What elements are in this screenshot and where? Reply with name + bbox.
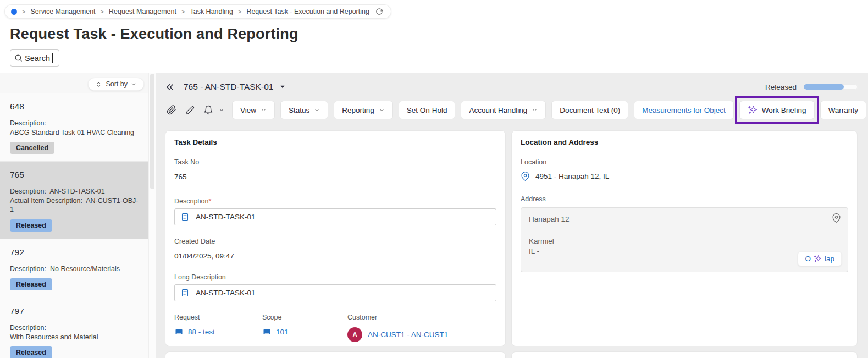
measurements-label: Measurements for Object bbox=[642, 106, 726, 114]
description-input[interactable]: AN-STD-TASK-01 bbox=[174, 208, 496, 225]
refresh-icon[interactable] bbox=[375, 8, 383, 15]
status-badge: Released bbox=[10, 346, 52, 358]
breadcrumb-item-task-handling[interactable]: Task Handling bbox=[190, 8, 233, 15]
notepad-icon bbox=[180, 288, 190, 298]
record-header: 765 - AN-STD-TASK-01 Released bbox=[165, 80, 858, 95]
warranty-button[interactable]: Warranty bbox=[820, 101, 866, 119]
sidebar-scrollbar[interactable] bbox=[148, 73, 156, 358]
ai-sparkle-icon bbox=[814, 255, 822, 263]
task-number: 648 bbox=[10, 102, 141, 112]
task-list-item-792[interactable]: 792 Description: No Resource/Materials R… bbox=[0, 239, 148, 299]
customer-label: Customer bbox=[347, 313, 448, 321]
address-city: Karmiel bbox=[529, 236, 840, 246]
collapse-list-icon[interactable] bbox=[165, 82, 175, 92]
attachment-paperclip-icon[interactable] bbox=[165, 103, 178, 117]
task-number: 792 bbox=[10, 247, 141, 257]
task-description-line: Description: AN-STD-TASK-01 bbox=[10, 187, 141, 196]
task-list-item-797[interactable]: 797 Description: With Resources and Mate… bbox=[0, 298, 148, 358]
address-map-pin-icon[interactable] bbox=[832, 213, 841, 223]
open-map-button[interactable]: O lap bbox=[798, 251, 842, 266]
record-dropdown-caret-icon[interactable] bbox=[279, 83, 286, 91]
task-details-card: Task Details Task No 765 Description* AN… bbox=[165, 130, 506, 346]
chevron-down-icon bbox=[314, 107, 320, 113]
page-title: Request Task - Execution and Reporting bbox=[10, 26, 859, 43]
location-label: Location bbox=[521, 158, 848, 166]
location-and-address-card: Location and Address Location 4951 - Han… bbox=[511, 130, 858, 346]
request-label: Request bbox=[174, 313, 262, 321]
request-link[interactable]: 88 - test bbox=[174, 327, 262, 337]
task-description-line: Description: bbox=[10, 119, 141, 128]
view-button-label: View bbox=[240, 106, 256, 114]
chevron-down-icon bbox=[532, 107, 538, 113]
breadcrumb-item-service-management[interactable]: Service Management bbox=[30, 8, 95, 15]
lifecycle-progress-bar bbox=[804, 84, 858, 90]
app-header: > Service Management > Request Managemen… bbox=[0, 0, 868, 73]
lifecycle-progress-fill bbox=[804, 84, 844, 90]
address-box: Hanapah 12 Karmiel IL - O lap bbox=[521, 207, 848, 272]
chevron-down-icon bbox=[379, 107, 385, 113]
scope-link-text: 101 bbox=[276, 328, 289, 336]
status-button[interactable]: Status bbox=[280, 101, 328, 119]
breadcrumb-item-request-management[interactable]: Request Management bbox=[109, 8, 176, 15]
description-value: AN-STD-TASK-01 bbox=[196, 213, 256, 221]
measurements-for-object-button[interactable]: Measurements for Object bbox=[634, 101, 734, 119]
created-date-label: Created Date bbox=[174, 238, 496, 245]
home-dot-icon[interactable] bbox=[11, 9, 17, 15]
task-no-value: 765 bbox=[174, 173, 496, 181]
map-pin-icon bbox=[521, 172, 530, 181]
scrollbar-thumb[interactable] bbox=[150, 74, 154, 189]
reporting-button[interactable]: Reporting bbox=[334, 101, 393, 119]
work-briefing-button[interactable]: Work Briefing bbox=[739, 101, 815, 119]
set-on-hold-label: Set On Hold bbox=[407, 106, 447, 114]
open-map-label-suffix: lap bbox=[825, 255, 834, 263]
document-text-button[interactable]: Document Text (0) bbox=[551, 101, 628, 119]
breadcrumb-separator: > bbox=[181, 8, 185, 15]
description-label: Description* bbox=[174, 197, 496, 205]
search-value: Search bbox=[25, 54, 50, 63]
account-handling-button[interactable]: Account Handling bbox=[461, 101, 546, 119]
description-label-text: Description bbox=[174, 197, 209, 205]
status-badge: Cancelled bbox=[10, 142, 54, 154]
breadcrumb-item-current-page[interactable]: Request Task - Execution and Reporting bbox=[246, 8, 369, 15]
created-date-value: 01/04/2025, 09:47 bbox=[174, 252, 496, 260]
toolbar: View Status Reporting Set On Hold Accoun… bbox=[165, 101, 858, 120]
notepad-icon bbox=[180, 212, 190, 222]
task-description-line: Description: bbox=[10, 323, 141, 333]
breadcrumb-separator: > bbox=[22, 8, 25, 15]
set-on-hold-button[interactable]: Set On Hold bbox=[399, 101, 456, 119]
task-list-item-648[interactable]: 648 Description: ABCG Standard Task 01 H… bbox=[0, 93, 148, 162]
breadcrumb-separator: > bbox=[238, 8, 241, 15]
bell-chevron-down-icon[interactable] bbox=[217, 105, 226, 115]
search-input[interactable]: Search bbox=[10, 49, 59, 67]
notifications-bell-icon[interactable] bbox=[202, 103, 215, 117]
status-button-label: Status bbox=[289, 106, 309, 114]
next-card-partial bbox=[165, 351, 506, 358]
view-button[interactable]: View bbox=[232, 101, 275, 119]
open-map-label-prefix: O bbox=[805, 255, 811, 263]
task-description-line: Actual Item Description: AN-CUST1-OBJ-1 bbox=[10, 196, 141, 214]
sort-by-button[interactable]: Sort by bbox=[88, 78, 144, 91]
warranty-label: Warranty bbox=[828, 106, 858, 114]
main-panel: 765 - AN-STD-TASK-01 Released bbox=[156, 73, 868, 358]
task-description-line: Description: No Resource/Materials bbox=[10, 265, 141, 274]
chevron-down-icon bbox=[261, 107, 267, 113]
chevron-down-icon bbox=[131, 81, 137, 87]
customer-avatar: A bbox=[347, 327, 362, 342]
lifecycle-status-label: Released bbox=[765, 83, 797, 91]
task-no-label: Task No bbox=[174, 158, 496, 166]
location-card-title: Location and Address bbox=[521, 138, 848, 146]
scope-link[interactable]: 101 bbox=[262, 327, 347, 337]
status-badge: Released bbox=[10, 278, 52, 290]
task-list-sidebar: Sort by 648 Description: ABCG Standard T… bbox=[0, 73, 156, 358]
long-description-value: AN-STD-TASK-01 bbox=[196, 289, 256, 297]
task-list-item-765[interactable]: 765 Description: AN-STD-TASK-01 Actual I… bbox=[0, 162, 148, 239]
task-number: 797 bbox=[10, 306, 141, 316]
long-description-input[interactable]: AN-STD-TASK-01 bbox=[174, 284, 496, 301]
reporting-button-label: Reporting bbox=[342, 106, 374, 114]
scope-label: Scope bbox=[262, 313, 347, 321]
edit-pencil-icon[interactable] bbox=[184, 104, 196, 117]
ai-sparkle-icon bbox=[748, 105, 758, 115]
customer-link[interactable]: AN-CUST1 - AN-CUST1 bbox=[368, 331, 448, 339]
address-street: Hanapah 12 bbox=[529, 214, 840, 224]
screen-reference-icon bbox=[262, 327, 272, 337]
